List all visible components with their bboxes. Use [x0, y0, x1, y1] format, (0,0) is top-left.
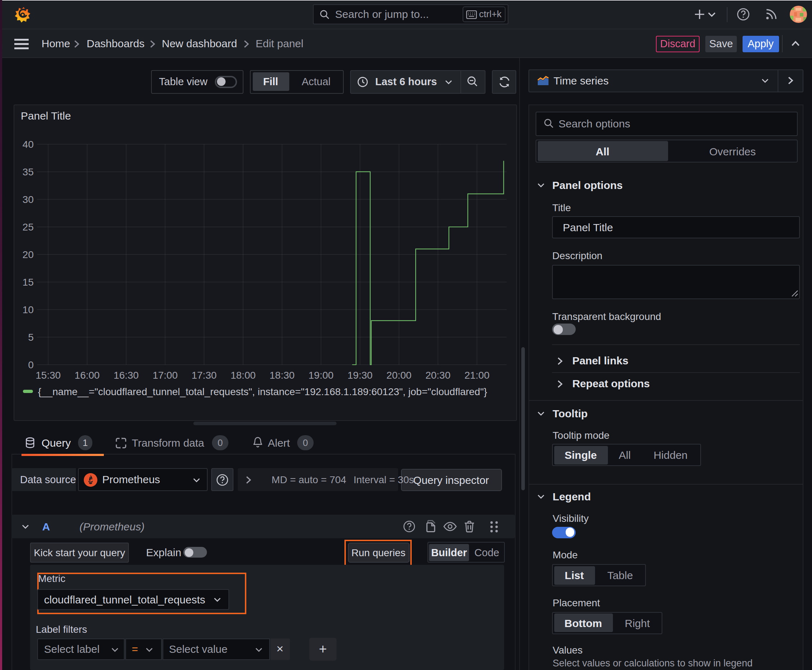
svg-text:19:00: 19:00 — [308, 370, 333, 381]
svg-text:20:30: 20:30 — [425, 370, 450, 381]
svg-text:16:00: 16:00 — [74, 370, 99, 381]
svg-text:40: 40 — [22, 139, 33, 150]
svg-text:10: 10 — [22, 304, 33, 315]
svg-text:16:30: 16:30 — [113, 370, 138, 381]
svg-text:17:30: 17:30 — [191, 370, 216, 381]
svg-text:19:30: 19:30 — [347, 370, 372, 381]
svg-text:20:00: 20:00 — [386, 370, 411, 381]
svg-text:21:00: 21:00 — [464, 370, 489, 381]
svg-text:20: 20 — [22, 249, 33, 260]
svg-text:0: 0 — [27, 359, 33, 371]
svg-text:{__name__="cloudflared_tunnel_: {__name__="cloudflared_tunnel_total_requ… — [37, 386, 487, 397]
svg-text:15:30: 15:30 — [36, 370, 61, 381]
svg-text:30: 30 — [22, 194, 33, 205]
svg-text:35: 35 — [22, 166, 33, 178]
svg-text:18:30: 18:30 — [269, 370, 294, 381]
svg-text:17:00: 17:00 — [152, 370, 177, 381]
svg-text:18:00: 18:00 — [230, 370, 255, 381]
svg-text:25: 25 — [22, 222, 33, 233]
svg-text:5: 5 — [27, 332, 33, 343]
svg-text:15: 15 — [22, 277, 33, 288]
